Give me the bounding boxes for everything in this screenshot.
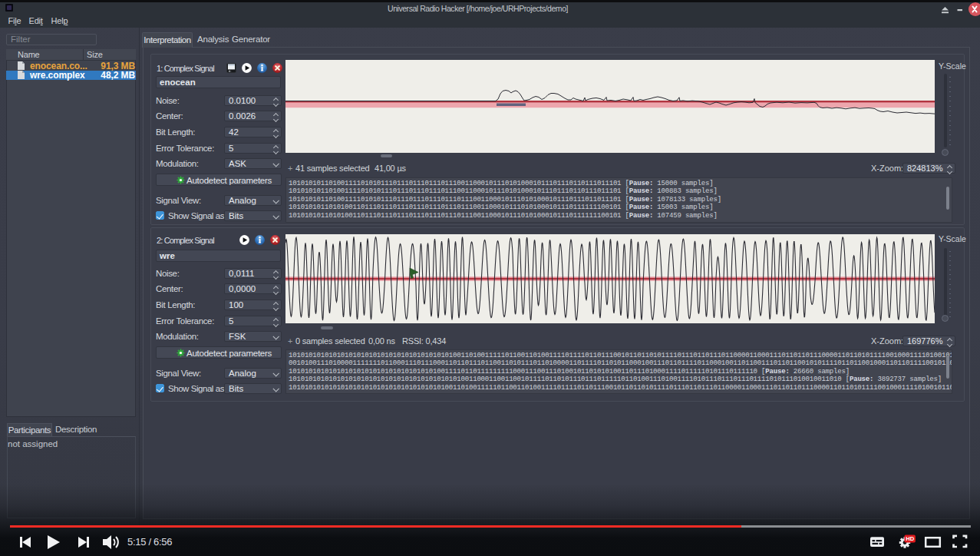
- svg-text:HD: HD: [906, 535, 914, 542]
